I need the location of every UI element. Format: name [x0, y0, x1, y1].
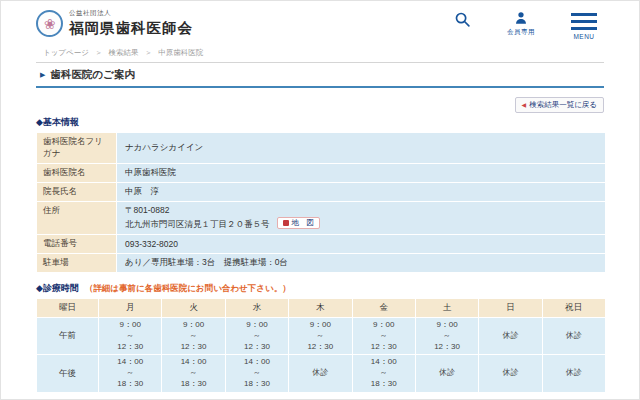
col-header: 火: [162, 299, 225, 318]
hours-note: （詳細は事前に各歯科医院にお問い合わせ下さい。）: [85, 283, 291, 293]
col-header: 月: [99, 299, 162, 318]
hours-cell-closed: 休診: [479, 355, 542, 392]
hours-heading-text: ◆診療時間: [36, 283, 79, 293]
header-icon-group: 会員専用 MENU: [454, 11, 597, 40]
map-button[interactable]: 地 図: [277, 217, 321, 229]
member-person-icon: [514, 11, 528, 25]
col-header: 日: [479, 299, 542, 318]
back-button-label: 検索結果一覧に戻る: [529, 100, 597, 110]
hours-cell: 14：00 ～ 18：30: [162, 355, 225, 392]
row-label: 午前: [37, 318, 99, 355]
table-row: 歯科医院名 中原歯科医院: [37, 164, 606, 183]
row-label: 電話番号: [37, 235, 117, 254]
hours-cell-closed: 休診: [542, 318, 605, 355]
search-button[interactable]: [454, 11, 471, 28]
org-type-label: 公益社団法人: [69, 9, 193, 18]
hours-header-row: 曜日 月 火 水 木 金 土 日 祝日: [37, 299, 606, 318]
hours-cell: 9：00 ～ 12：30: [162, 318, 225, 355]
hours-cell: 14：00 ～ 18：30: [99, 355, 162, 392]
basic-info-heading: ◆基本情報: [36, 116, 639, 129]
row-label: 歯科医院名フリガナ: [37, 133, 117, 164]
row-value: あり／専用駐車場：3台 提携駐車場：0台: [117, 254, 606, 273]
table-row: 歯科医院名フリガナ ナカハラシカイイン: [37, 133, 606, 164]
member-area-label: 会員専用: [507, 28, 535, 37]
address-text: 〒801-0882 北九州市門司区清見１丁目２０番５号: [125, 205, 270, 229]
page-title: 歯科医院のご案内: [50, 68, 135, 80]
menu-button[interactable]: MENU: [571, 11, 597, 40]
brand-text: 公益社団法人 福岡県歯科医師会: [69, 9, 193, 38]
table-row: 院長氏名 中原 淳: [37, 183, 606, 202]
hours-cell: 9：00 ～ 12：30: [225, 318, 288, 355]
hours-cell-closed: 休診: [479, 318, 542, 355]
hours-cell: 14：00 ～ 18：30: [352, 355, 415, 392]
row-label: 住所: [37, 202, 117, 235]
hours-table: 曜日 月 火 水 木 金 土 日 祝日 午前 9：00 ～ 12：30 9：00…: [36, 298, 606, 393]
table-row: 駐車場 あり／専用駐車場：3台 提携駐車場：0台: [37, 254, 606, 273]
row-value: 中原 淳: [117, 183, 606, 202]
hours-cell: 9：00 ～ 12：30: [289, 318, 352, 355]
page-title-bar: ▶歯科医院のご案内: [36, 62, 604, 88]
search-icon: [454, 11, 471, 28]
col-header: 金: [352, 299, 415, 318]
table-row-address: 住所 〒801-0882 北九州市門司区清見１丁目２０番５号地 図: [37, 202, 606, 235]
hours-cell: 9：00 ～ 12：30: [99, 318, 162, 355]
back-button-row: ◀ 検索結果一覧に戻る: [36, 93, 604, 107]
row-value: 中原歯科医院: [117, 164, 606, 183]
breadcrumb-separator: ＞: [145, 48, 153, 57]
col-header: 土: [415, 299, 478, 318]
col-header: 曜日: [37, 299, 99, 318]
logo-flower-icon: ❀: [36, 10, 63, 37]
map-marker-icon: [283, 220, 289, 226]
row-value: ナカハラシカイイン: [117, 133, 606, 164]
hours-row-morning: 午前 9：00 ～ 12：30 9：00 ～ 12：30 9：00 ～ 12：3…: [37, 318, 606, 355]
breadcrumb-separator: ＞: [95, 48, 103, 57]
hours-cell-closed: 休診: [415, 355, 478, 392]
site-header: ❀ 公益社団法人 福岡県歯科医師会 会員専用 MENU: [1, 1, 639, 47]
hours-cell: 9：00 ～ 12：30: [352, 318, 415, 355]
site-logo-link[interactable]: ❀ 公益社団法人 福岡県歯科医師会: [36, 9, 266, 38]
hours-cell-closed: 休診: [542, 355, 605, 392]
menu-label: MENU: [573, 33, 594, 40]
title-arrow-icon: ▶: [40, 71, 45, 78]
member-area-button[interactable]: 会員専用: [507, 11, 535, 37]
breadcrumb: トップページ ＞ 検索結果 ＞ 中原歯科医院: [43, 48, 639, 58]
hours-row-afternoon: 午後 14：00 ～ 18：30 14：00 ～ 18：30 14：00 ～ 1…: [37, 355, 606, 392]
row-value: 〒801-0882 北九州市門司区清見１丁目２０番５号地 図: [117, 202, 606, 235]
basic-info-table: 歯科医院名フリガナ ナカハラシカイイン 歯科医院名 中原歯科医院 院長氏名 中原…: [36, 132, 606, 273]
row-label: 午後: [37, 355, 99, 392]
hours-cell: 9：00 ～ 12：30: [415, 318, 478, 355]
table-row: 電話番号 093-332-8020: [37, 235, 606, 254]
breadcrumb-results-link[interactable]: 検索結果: [109, 48, 139, 57]
hours-cell: 14：00 ～ 18：30: [225, 355, 288, 392]
hours-heading: ◆診療時間（詳細は事前に各歯科医院にお問い合わせ下さい。）: [36, 282, 639, 295]
col-header: 水: [225, 299, 288, 318]
col-header: 木: [289, 299, 352, 318]
hours-cell-closed: 休診: [289, 355, 352, 392]
back-to-results-button[interactable]: ◀ 検索結果一覧に戻る: [515, 97, 604, 113]
row-label: 歯科医院名: [37, 164, 117, 183]
breadcrumb-current-page: 中原歯科医院: [158, 48, 203, 57]
hamburger-menu-icon: [571, 11, 597, 30]
row-value: 093-332-8020: [117, 235, 606, 254]
breadcrumb-home-link[interactable]: トップページ: [43, 48, 89, 57]
col-header: 祝日: [542, 299, 605, 318]
row-label: 駐車場: [37, 254, 117, 273]
row-label: 院長氏名: [37, 183, 117, 202]
org-name-title: 福岡県歯科医師会: [69, 19, 193, 38]
map-button-label: 地 図: [292, 218, 315, 228]
back-arrow-icon: ◀: [522, 101, 527, 108]
